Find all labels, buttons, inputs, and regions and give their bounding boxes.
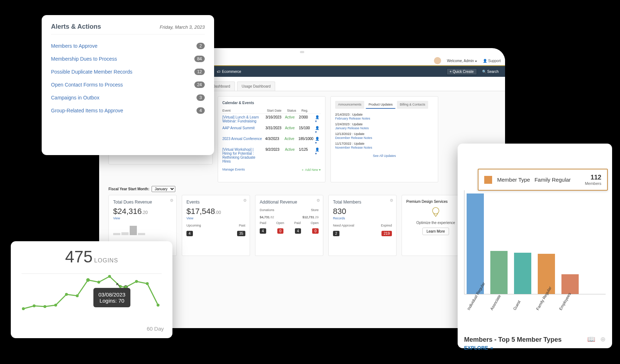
event-row: 2023 Annual Conference4/3/2023Active185/… [222,135,321,146]
svg-point-3 [33,304,36,307]
chart-period: 60 Day [147,326,164,332]
view-link[interactable]: View [113,216,120,220]
fiscal-year-select[interactable]: January [152,186,175,192]
bar-individual-regular[interactable] [467,193,484,294]
logins-label: LOGINS [94,257,118,263]
balloon-icon [429,206,443,217]
search-button[interactable]: 🔍 Search [479,69,501,75]
calendar-events-panel: Calendar & Events EventStart DateStatusR… [218,96,325,182]
member-types-title: Members - Top 5 Member Types [464,336,606,344]
alerts-title: Alerts & Actions [51,23,101,31]
update-item: 11/17/2022 : UpdateNovember Release Note… [335,141,434,150]
alert-link[interactable]: Possible Duplicate Member Records [51,69,132,75]
records-link[interactable]: Records [333,216,345,220]
svg-point-8 [86,278,90,282]
gear-icon[interactable]: ⚙ [316,198,320,203]
support-link[interactable]: 👤 Support [483,59,501,63]
alert-count: 2 [196,43,205,49]
svg-point-9 [97,281,100,284]
alert-link[interactable]: Members to Approve [51,43,97,49]
see-all-updates-link[interactable]: See All Updates [335,150,434,158]
chart-tooltip: 03/08/2023 Logins: 70 [93,288,130,307]
alert-link[interactable]: Campaigns in Outbox [51,95,100,101]
events-header: EventStart DateStatusReg. [222,108,321,114]
bar-chart-tooltip: Member Type Family Regular 112Members [478,169,608,191]
svg-point-5 [54,304,57,307]
tab-billing-contacts[interactable]: Billing & Contacts [397,101,428,109]
tab-announcements[interactable]: Announcements [335,101,364,109]
event-row: [Virtual Workshop] | Hiring for Potentia… [222,146,321,165]
fiscal-year-row: Fiscal Year Start Month: January [108,186,496,192]
nav-ecommerce[interactable]: 🏷 Ecommerce [213,70,245,74]
cursor-icon: ↖ [116,281,120,288]
view-link[interactable]: View [186,216,193,220]
kpi-total-members: ⚙ Total Members 830 Records Need Approva… [328,195,397,256]
add-event-link[interactable]: ＋ Add New ▾ [301,168,321,172]
gear-icon[interactable]: ⚙ [390,198,393,203]
tab-product-updates[interactable]: Product Updates [366,101,395,109]
member-types-bar-chart[interactable] [464,190,606,294]
alert-count: 3 [196,94,205,101]
update-item: 2/14/2023 : UpdateFebruary Release Notes [335,112,434,121]
update-item: 1/24/2023 : UpdateJanuary Release Notes [335,121,434,131]
bar-guest[interactable] [514,253,531,294]
svg-point-0 [432,207,439,214]
book-icon[interactable]: 📖 [587,335,595,343]
logins-count: 475 [65,247,93,266]
tab-usage-dashboard[interactable]: Usage Dashboard [237,81,276,91]
learn-more-button[interactable]: Learn More [422,228,449,235]
bar-employees[interactable] [561,274,579,294]
gear-icon[interactable]: ⚙ [170,198,173,203]
alert-link[interactable]: Open Contact Forms to Process [51,82,123,88]
quick-create-button[interactable]: + Quick Create [447,68,477,75]
events-title: Calendar & Events [222,101,321,105]
alert-count: 24 [194,81,205,88]
svg-point-13 [135,280,138,283]
event-row: [Virtual] Lunch & Learn Webinar: Fundrai… [222,114,321,125]
bar-family-regular[interactable] [538,254,555,294]
svg-point-7 [76,294,79,297]
svg-point-14 [146,282,149,285]
update-item: 12/13/2022 : UpdateDecember Release Note… [335,131,434,141]
manage-events-link[interactable]: Manage Events [222,168,245,172]
gear-icon[interactable]: ⚙ [243,198,247,203]
updates-panel: Announcements Product Updates Billing & … [330,96,438,182]
alerts-actions-popup: Alerts & Actions Friday, March 3, 2023 M… [42,15,214,155]
chevron-right-icon: » [490,345,493,351]
svg-point-6 [65,293,68,296]
color-swatch [484,176,492,184]
avatar[interactable] [434,57,441,64]
svg-point-10 [108,275,111,278]
kpi-events: ⚙ Events $17,548.00 View UpcomingPast 43… [182,195,250,256]
alerts-date: Friday, March 3, 2023 [160,24,205,30]
bar-chart-xlabels: Individual Regular Associate Guest Famil… [464,294,606,313]
bar-associate[interactable] [490,251,508,294]
event-row: AAP Annual Summit3/31/2023Active15/100👤▾ [222,125,321,135]
member-types-popup: Member Type Family Regular 112Members In… [458,144,612,348]
person-add-icon[interactable]: 👤▾ [315,137,321,145]
person-add-icon[interactable]: 👤▾ [315,115,321,123]
explore-link[interactable]: EXPLORE » [464,345,606,351]
logins-line-chart[interactable] [18,266,165,317]
alert-link[interactable]: Group-Related Items to Approve [51,108,123,113]
logins-chart-popup: 475 LOGINS ↖ 03/08/2023 Logins: 70 60 Da… [11,241,172,338]
alert-count: 12 [194,69,205,75]
zoom-icon[interactable]: ⊕ [600,335,606,343]
svg-point-15 [157,304,159,307]
alert-count: 84 [194,56,205,62]
person-add-icon[interactable]: 👤▾ [315,148,321,155]
svg-point-4 [43,305,46,308]
alert-link[interactable]: Membership Dues to Process [51,56,117,62]
person-add-icon[interactable]: 👤▾ [315,126,321,134]
alert-count: 4 [196,107,205,114]
svg-point-2 [22,307,25,310]
welcome-label[interactable]: Welcome, Admin [447,59,477,63]
kpi-additional-revenue: ⚙ Additional Revenue DonationsStore $4,7… [255,195,323,256]
